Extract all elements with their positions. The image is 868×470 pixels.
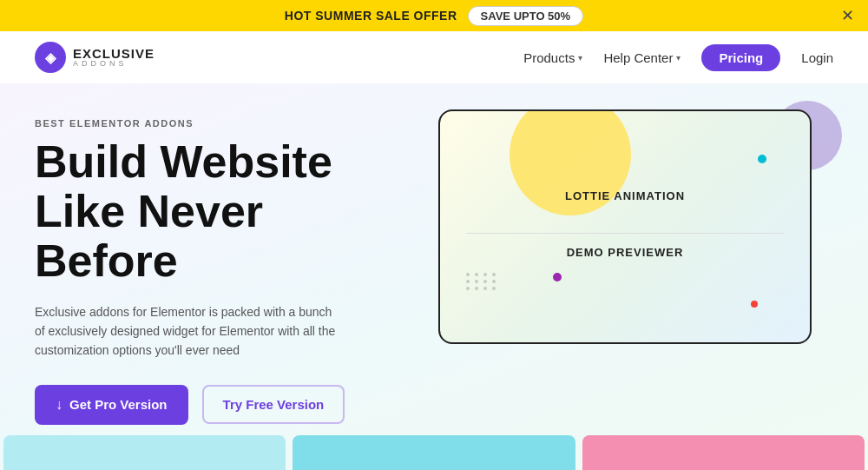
hero-title-line2: Like Never Before [35, 186, 263, 286]
demo-card: LOTTIE ANIMATION DEMO PREVIEWER [438, 109, 812, 344]
wave-bar-pink [582, 435, 865, 470]
demo-divider [466, 233, 784, 234]
bg-wave-bars [0, 400, 868, 470]
chevron-down-icon: ▾ [578, 53, 582, 63]
nav-login[interactable]: Login [801, 50, 833, 65]
banner-sale-text: HOT SUMMER SALE OFFER [285, 9, 457, 23]
logo[interactable]: ◈ EXCLUSIVE ADDONS [35, 42, 155, 73]
hero-title: Build Website Like Never Before [35, 137, 417, 287]
demo-label-demo: DEMO PREVIEWER [567, 246, 684, 259]
top-banner: HOT SUMMER SALE OFFER SAVE UPTO 50% ✕ [0, 0, 868, 31]
hero-left: BEST ELEMENTOR ADDONS Build Website Like… [35, 109, 417, 425]
wave-bar-teal [293, 435, 575, 470]
logo-text: EXCLUSIVE ADDONS [73, 47, 155, 68]
wave-bar-green [3, 435, 286, 470]
hero-subtitle: BEST ELEMENTOR ADDONS [35, 118, 417, 129]
chevron-down-icon: ▾ [676, 53, 681, 63]
demo-dot-teal [758, 155, 766, 163]
header: ◈ EXCLUSIVE ADDONS Products ▾ Help Cente… [0, 31, 868, 83]
demo-dots-grid [466, 273, 497, 290]
hero-title-line1: Build Website [35, 136, 332, 187]
demo-dot-red [751, 301, 758, 308]
nav: Products ▾ Help Center ▾ Pricing Login [523, 44, 833, 71]
demo-dot-purple [553, 273, 562, 281]
nav-help[interactable]: Help Center ▾ [603, 50, 681, 65]
nav-login-label: Login [801, 50, 833, 65]
nav-pricing[interactable]: Pricing [701, 44, 780, 71]
nav-products[interactable]: Products ▾ [523, 50, 582, 65]
demo-label-lottie: LOTTIE ANIMATION [565, 189, 685, 202]
logo-icon: ◈ [35, 42, 66, 73]
logo-addons: ADDONS [73, 60, 155, 68]
close-icon[interactable]: ✕ [841, 6, 854, 25]
hero-description: Exclusive addons for Elementor is packed… [35, 302, 339, 361]
nav-products-label: Products [523, 50, 575, 65]
logo-exclusive: EXCLUSIVE [73, 47, 155, 60]
hero-right: LOTTIE ANIMATION DEMO PREVIEWER [417, 109, 833, 344]
banner-badge[interactable]: SAVE UPTO 50% [468, 6, 584, 26]
nav-help-label: Help Center [603, 50, 673, 65]
nav-pricing-label: Pricing [719, 50, 763, 65]
hero-section: BEST ELEMENTOR ADDONS Build Website Like… [0, 83, 868, 470]
